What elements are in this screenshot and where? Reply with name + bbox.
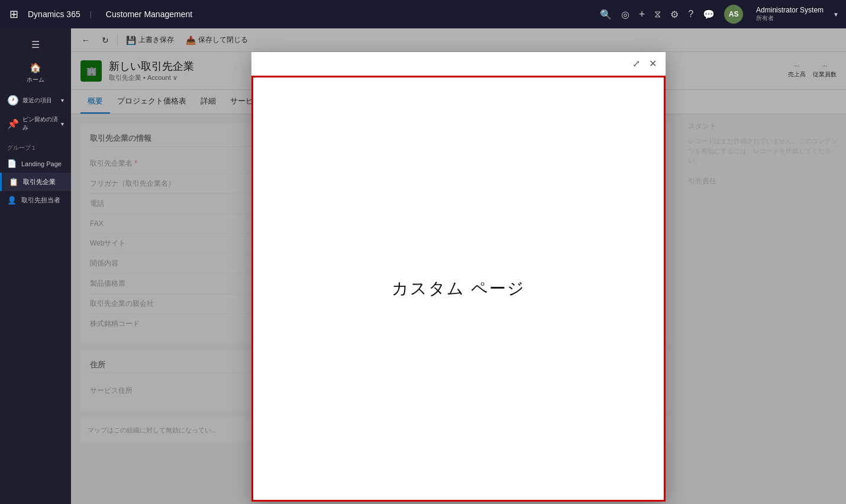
location-icon[interactable]: ◎ (621, 9, 629, 20)
sidebar-item-home[interactable]: 🏠 ホーム (0, 56, 71, 90)
sidebar-item-recent[interactable]: 🕐 最近の項目 ▾ (0, 90, 71, 111)
sidebar-recent-label: 最近の項目 (22, 96, 52, 105)
user-role: 所有者 (756, 14, 824, 22)
content-area: ← ↻ 💾 上書き保存 📥 保存して閉じる 🏢 新しい取引先企業 取引先企業 •… (71, 28, 846, 504)
brand-separator: | (90, 10, 92, 18)
modal-content-text: カスタム ページ (392, 277, 525, 300)
sidebar-item-contacts[interactable]: 👤 取引先担当者 (0, 191, 71, 209)
recent-arrow-icon: ▾ (61, 97, 64, 104)
chat-icon[interactable]: 💬 (703, 9, 715, 20)
sidebar: ☰ 🏠 ホーム 🕐 最近の項目 ▾ 📌 ピン留めの済み ▾ グループ１ 📄 La… (0, 28, 71, 504)
nav-icons: 🔍 ◎ + ⧖ ⚙ ? 💬 AS Administrator System 所有… (600, 5, 839, 24)
modal-close-button[interactable]: ✕ (644, 56, 661, 72)
search-icon[interactable]: 🔍 (600, 9, 612, 20)
user-dropdown-icon[interactable]: ▼ (833, 11, 839, 18)
close-icon: ✕ (649, 58, 657, 69)
grid-icon[interactable]: ⊞ (7, 5, 21, 23)
sidebar-accounts-label: 取引先企業 (23, 177, 56, 186)
modal-body: カスタム ページ (251, 76, 666, 502)
expand-icon: ⤢ (632, 58, 640, 69)
sidebar-item-pinned[interactable]: 📌 ピン留めの済み ▾ (0, 111, 71, 137)
settings-icon[interactable]: ⚙ (670, 9, 679, 20)
filter-icon[interactable]: ⧖ (654, 9, 661, 20)
top-nav: ⊞ Dynamics 365 | Customer Management 🔍 ◎… (0, 0, 846, 28)
brand-label: Dynamics 365 (28, 9, 80, 19)
modal-dialog: ⤢ ✕ カスタム ページ (251, 52, 666, 502)
user-name: Administrator System (756, 6, 824, 14)
sidebar-group-label: グループ１ (0, 137, 71, 154)
sidebar-menu-toggle[interactable]: ☰ (0, 33, 71, 56)
sidebar-item-landing-page[interactable]: 📄 Landing Page (0, 154, 71, 173)
home-icon: 🏠 (30, 62, 41, 73)
sidebar-contacts-label: 取引先担当者 (21, 196, 60, 205)
contacts-icon: 👤 (7, 196, 17, 205)
pinned-arrow-icon: ▾ (61, 121, 64, 127)
recent-icon: 🕐 (7, 95, 19, 106)
add-icon[interactable]: + (639, 8, 645, 21)
accounts-icon: 📋 (9, 177, 18, 186)
sidebar-item-accounts[interactable]: 📋 取引先企業 (0, 173, 71, 191)
modal-expand-button[interactable]: ⤢ (628, 56, 644, 72)
modal-header: ⤢ ✕ (251, 52, 666, 76)
help-icon[interactable]: ? (688, 9, 693, 20)
module-label: Customer Management (106, 9, 192, 19)
main-layout: ☰ 🏠 ホーム 🕐 最近の項目 ▾ 📌 ピン留めの済み ▾ グループ１ 📄 La… (0, 28, 846, 504)
sidebar-landing-label: Landing Page (21, 160, 62, 167)
sidebar-home-label: ホーム (27, 76, 44, 84)
landing-page-icon: 📄 (7, 159, 17, 168)
pin-icon: 📌 (7, 118, 19, 130)
user-info: Administrator System 所有者 (756, 6, 824, 22)
modal-overlay: ⤢ ✕ カスタム ページ (71, 28, 846, 504)
menu-icon: ☰ (31, 39, 40, 50)
sidebar-pinned-label: ピン留めの済み (22, 115, 59, 132)
avatar[interactable]: AS (724, 5, 743, 24)
